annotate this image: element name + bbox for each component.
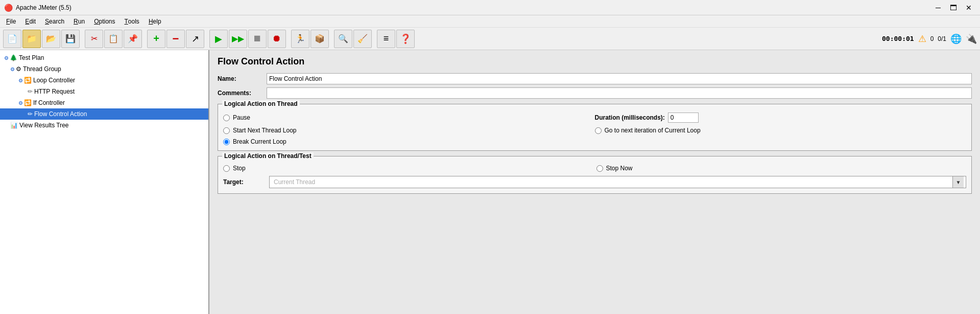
loop-controller-icon: 🔁 [24,77,32,84]
stop-radio[interactable] [223,165,230,172]
duration-label: Duration (milliseconds): [595,114,665,121]
run-button[interactable]: ▶ [209,30,228,48]
stop-button[interactable]: ⏹ [248,30,267,48]
save-button[interactable]: 💾 [61,30,80,48]
tree-item-test-plan[interactable]: ⚙ 🌲 Test Plan [0,52,208,63]
menu-tools[interactable]: Tools [121,16,144,27]
close-button[interactable]: ✕ [962,2,976,13]
maximize-button[interactable]: 🗖 [946,2,961,13]
start-next-thread-loop-radio[interactable] [223,127,230,134]
menu-help[interactable]: Help [145,16,165,27]
target-placeholder: Current Thread [272,177,952,187]
run-no-pause-button[interactable]: ▶▶ [229,30,247,48]
toolbar-right: 00:00:01 ⚠ 0 0/1 🌐 🔌 [882,33,977,44]
flow-control-action-label: Flow Control Action [34,110,87,118]
duration-input[interactable] [668,113,699,123]
move-button[interactable]: ↗ [186,30,204,48]
remote-jar-button[interactable]: 📦 [310,30,329,48]
view-results-tree-label: View Results Tree [19,122,69,129]
warning-count: 0 [930,35,934,42]
panel-title: Flow Control Action [218,56,972,67]
remote-start-button[interactable]: 🏃 [291,30,309,48]
pause-label: Pause [233,114,250,121]
comments-label: Comments: [218,89,264,97]
stop-now-button[interactable]: ⏺ [268,30,286,48]
thread-group-label: Thread Group [23,65,61,73]
tree-item-if-controller[interactable]: ⚙ 🔁 If Controller [0,97,208,108]
open-button[interactable]: 📂 [42,30,60,48]
test-plan-label: Test Plan [19,54,44,61]
content-panel: Flow Control Action Name: Comments: Logi… [209,50,980,314]
error-fraction: 0/1 [938,35,946,42]
list-button[interactable]: ≡ [377,30,395,48]
if-controller-label: If Controller [33,99,65,106]
menu-edit[interactable]: Edit [21,16,40,27]
start-next-thread-loop-label: Start Next Thread Loop [233,127,297,134]
title-bar-controls: ─ 🗖 ✕ [931,2,976,13]
menu-search[interactable]: Search [41,16,68,27]
title-bar: 🔴 Apache JMeter (5.5) ─ 🗖 ✕ [0,0,980,15]
add-button[interactable]: + [147,30,165,48]
globe-icon[interactable]: 🌐 [950,33,962,44]
menu-file[interactable]: File [2,16,20,27]
open-template-button[interactable]: 📁 [22,30,41,48]
logical-thread-group-title: Logical Action on Thread [222,100,300,107]
comments-row: Comments: [218,87,972,99]
if-controller-icon: 🔁 [24,99,32,106]
paste-button[interactable]: 📌 [124,30,142,48]
search-toolbar-button[interactable]: 🔍 [334,30,352,48]
stop-now-label: Stop Now [606,165,633,172]
http-request-icon: ✏ [28,88,33,95]
toolbar: 📄 📁 📂 💾 ✂ 📋 📌 + − ↗ ▶ ▶▶ ⏹ ⏺ 🏃 📦 🔍 🧹 ≡ ❓… [0,28,980,50]
name-label: Name: [218,75,264,82]
copy-button[interactable]: 📋 [104,30,123,48]
if-controller-anchor: ⚙ [18,100,23,106]
clear-all-button[interactable]: 🧹 [353,30,372,48]
target-select[interactable]: Current Thread ▼ [269,176,966,188]
test-plan-anchor: ⚙ [4,55,9,61]
go-next-iteration-label: Go to next iteration of Current Loop [605,127,701,134]
stop-now-radio[interactable] [596,165,603,172]
menu-bar: File Edit Search Run Options Tools Help [0,15,980,28]
help-toolbar-button[interactable]: ❓ [396,30,415,48]
minimize-button[interactable]: ─ [931,2,945,13]
tree-item-loop-controller[interactable]: ⚙ 🔁 Loop Controller [0,75,208,86]
main-layout: ⚙ 🌲 Test Plan ⚙ ⚙ Thread Group ⚙ 🔁 Loop … [0,50,980,314]
new-button[interactable]: 📄 [3,30,21,48]
remove-button[interactable]: − [166,30,185,48]
http-request-label: HTTP Request [34,88,75,95]
profile-icon[interactable]: 🔌 [966,33,977,44]
logical-thread-group: Logical Action on Thread Pause Duration … [218,104,972,151]
menu-options[interactable]: Options [90,16,119,27]
window-title: Apache JMeter (5.5) [16,4,71,11]
thread-group-anchor: ⚙ [10,66,15,72]
test-plan-icon: 🌲 [10,54,17,61]
tree-item-http-request[interactable]: ✏ HTTP Request [0,86,208,97]
comments-input[interactable] [267,87,972,99]
cut-button[interactable]: ✂ [85,30,103,48]
loop-controller-anchor: ⚙ [18,78,23,83]
tree-item-flow-control-action[interactable]: ✏ Flow Control Action [0,108,208,120]
thread-group-icon: ⚙ [16,65,21,73]
loop-controller-label: Loop Controller [33,77,75,84]
menu-run[interactable]: Run [69,16,89,27]
target-label: Target: [223,178,269,186]
stop-label: Stop [233,165,246,172]
logical-test-group-title: Logical Action on Thread/Test [222,152,314,160]
go-next-iteration-radio[interactable] [595,127,602,134]
name-row: Name: [218,73,972,84]
flow-control-action-icon: ✏ [28,110,33,118]
view-results-tree-icon: 📊 [10,122,18,129]
title-bar-left: 🔴 Apache JMeter (5.5) [4,4,71,12]
name-input[interactable] [267,73,972,84]
target-row: Target: Current Thread ▼ [223,176,966,188]
break-current-loop-radio[interactable] [223,139,230,145]
target-select-arrow[interactable]: ▼ [952,176,964,188]
timer-display: 00:00:01 [882,35,914,42]
logical-test-group: Logical Action on Thread/Test Stop Stop … [218,156,972,194]
warning-icon: ⚠ [918,33,926,44]
tree-item-view-results-tree[interactable]: 📊 View Results Tree [0,120,208,131]
pause-radio[interactable] [223,115,230,121]
tree-item-thread-group[interactable]: ⚙ ⚙ Thread Group [0,63,208,75]
tree-panel: ⚙ 🌲 Test Plan ⚙ ⚙ Thread Group ⚙ 🔁 Loop … [0,50,209,314]
